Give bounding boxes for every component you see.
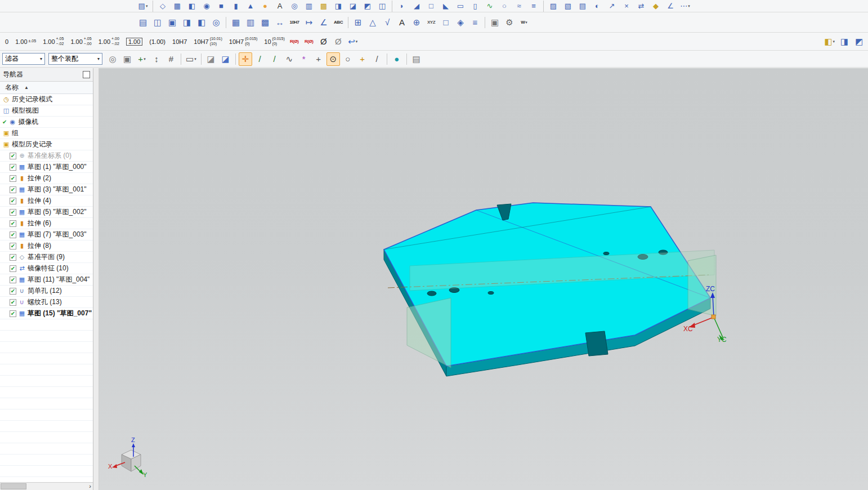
tree-item-sketch-3[interactable]: ✔▦草图 (3) "草图_001" — [0, 184, 93, 195]
datum-plane-left[interactable] — [407, 298, 451, 368]
dropdown-arrow-icon[interactable]: ▾ — [525, 20, 527, 25]
dropdown-arrow-icon[interactable]: ▾ — [356, 39, 358, 44]
feature-checkbox[interactable]: ✔ — [10, 265, 16, 272]
new-sheet-icon[interactable]: ▤ — [136, 16, 150, 29]
open-in-window-icon[interactable]: ▣ — [120, 52, 134, 66]
tol-plusminus-button[interactable]: 1.00±.05 — [12, 37, 39, 46]
snap-pole-icon[interactable]: * — [297, 52, 311, 66]
subtract-icon[interactable]: ◩ — [361, 0, 374, 13]
cone-icon[interactable]: ▲ — [244, 0, 257, 13]
tree-item-model-views[interactable]: ◫模型视图 — [0, 105, 93, 117]
synchronous-modeling-icon[interactable]: ◆ — [649, 0, 663, 13]
pattern-feature-icon[interactable]: ▩ — [317, 0, 330, 13]
diameter-dimension-icon[interactable]: Ø — [317, 35, 330, 48]
delete-face-icon[interactable]: × — [620, 0, 633, 13]
swept-icon[interactable]: ∿ — [483, 0, 496, 13]
tol-fit-values-button[interactable]: 10H7(10.01)(10) — [191, 35, 225, 47]
tol-upper-button[interactable]: 1.00+.05−.00 — [68, 35, 94, 47]
tol-partial-button[interactable]: 0 — [2, 37, 11, 46]
split-body-icon[interactable]: ▯ — [468, 0, 482, 13]
angular-dimension-icon[interactable]: ∠ — [317, 16, 330, 29]
tree-item-threaded-hole-13[interactable]: ✔∪螺纹孔 (13) — [0, 297, 93, 308]
tree-item-datum-plane-9[interactable]: ✔◇基准平面 (9) — [0, 252, 93, 263]
show-constraints-icon[interactable]: # — [164, 52, 178, 66]
more-commands-icon[interactable]: ⋯▾ — [678, 0, 692, 13]
blank-symbol-icon[interactable]: □ — [439, 16, 453, 29]
hole-shaft-tolerance-icon[interactable]: 10H7 — [288, 16, 301, 29]
scrollbar-thumb[interactable] — [1, 483, 26, 489]
snap-midpoint-icon[interactable]: / — [268, 52, 281, 66]
wcs-origin-handle[interactable] — [712, 315, 715, 319]
clipboard-icon[interactable]: ▤ — [410, 52, 423, 66]
panel-resize-sash[interactable] — [93, 68, 99, 490]
rectangle-select-icon[interactable]: ▭▾ — [184, 52, 198, 66]
snap-point-enable-icon[interactable]: ✛ — [239, 52, 252, 66]
datum-plane-icon[interactable]: ◇ — [156, 0, 169, 13]
tree-item-extrude-4[interactable]: ✔▮拉伸 (4) — [0, 195, 93, 207]
snap-tangent-icon[interactable]: / — [370, 52, 384, 66]
text-icon[interactable]: A — [273, 0, 287, 13]
radius-to-center-icon[interactable]: R(Ø) — [302, 35, 316, 48]
feature-checkbox[interactable]: ✔ — [10, 288, 16, 295]
tol-boxed-button[interactable]: 1.00 — [123, 37, 145, 47]
text-style-icon[interactable]: A — [395, 16, 409, 29]
sew-icon[interactable]: ▤ — [576, 0, 589, 13]
find-component-icon[interactable]: ◎ — [106, 52, 119, 66]
snap-endpoint-icon[interactable]: / — [253, 52, 267, 66]
rapid-dimension-icon[interactable]: ↔ — [273, 16, 287, 29]
tree-item-extrude-8[interactable]: ✔▮拉伸 (8) — [0, 240, 93, 252]
rib-icon[interactable]: ▥ — [302, 0, 316, 13]
view-triad[interactable]: Z X Y — [108, 436, 147, 478]
feature-checkbox[interactable]: ✔ — [10, 209, 16, 216]
ruled-surface-icon[interactable]: ≡ — [527, 0, 540, 13]
tree-item-sketch-5[interactable]: ✔▦草图 (5) "草图_002" — [0, 207, 93, 218]
dropdown-arrow-icon[interactable]: ▾ — [144, 57, 146, 61]
feature-checkbox[interactable]: ✔ — [10, 198, 16, 204]
edit-section-cube-icon[interactable]: ◩ — [852, 35, 866, 48]
grid-icon[interactable]: ▩ — [258, 16, 272, 29]
sphere-icon[interactable]: ● — [258, 0, 272, 13]
graphics-viewport[interactable]: ZC XC YC Z X Y — [99, 68, 868, 490]
tol-reference-button[interactable]: (1.00) — [146, 37, 168, 46]
feature-checkbox[interactable]: ✔ — [10, 220, 16, 227]
ordinate-dimension-icon[interactable]: ↦ — [302, 16, 316, 29]
general-object-filter-icon[interactable]: ◪ — [204, 52, 218, 66]
sketch-icon[interactable]: ▦ — [171, 0, 184, 13]
undo-icon[interactable]: ↩▾ — [346, 35, 360, 48]
radius-dimension-icon[interactable]: R(Ø) — [288, 35, 301, 48]
surface-finish-icon[interactable]: √ — [381, 16, 394, 29]
feature-checkbox[interactable]: ✔ — [10, 153, 16, 159]
edge-blend-icon[interactable]: ◗ — [395, 0, 409, 13]
no-diameter-symbol-icon[interactable]: Ø — [332, 35, 345, 48]
feature-checkbox[interactable]: ✔ — [10, 277, 16, 283]
feature-checkbox[interactable]: ✔ — [10, 310, 16, 317]
thicken-icon[interactable]: ▧ — [561, 0, 575, 13]
coordinate-note-icon[interactable]: XYZ — [424, 16, 438, 29]
snap-arc-center-icon[interactable]: ⊙ — [326, 52, 340, 66]
draft-icon[interactable]: ◣ — [439, 0, 453, 13]
weld-symbol-icon[interactable]: W▾ — [517, 16, 531, 29]
tree-item-sketch-1[interactable]: ✔▦草图 (1) "草图_000" — [0, 162, 93, 173]
settings-gear-icon[interactable]: ⚙ — [503, 16, 516, 29]
hole[interactable] — [427, 291, 436, 296]
clip-section-cube-icon[interactable]: ◨ — [838, 35, 851, 48]
target-point-icon[interactable]: ⊕ — [410, 16, 423, 29]
tree-item-sketch-7[interactable]: ✔▦草图 (7) "草图_003" — [0, 229, 93, 240]
detail-view-icon[interactable]: ◎ — [209, 16, 223, 29]
feature-checkbox[interactable]: ✔ — [10, 186, 16, 193]
tree-item-model-history[interactable]: ▣模型历史记录 — [0, 139, 93, 150]
offset-surface-icon[interactable]: ▨ — [547, 0, 560, 13]
tol-lower-button[interactable]: 1.00+.00−.02 — [96, 35, 122, 47]
datum-feature-icon[interactable]: △ — [366, 16, 379, 29]
table-icon[interactable]: ▦ — [229, 16, 243, 29]
section-view-icon[interactable]: ◧ — [195, 16, 208, 29]
snap-quadrant-icon[interactable]: ○ — [341, 52, 355, 66]
intersect-icon[interactable]: ◫ — [375, 0, 389, 13]
move-object-icon[interactable]: ↕ — [150, 52, 163, 66]
revolve-icon[interactable]: ◉ — [200, 0, 213, 13]
sort-ascending-icon[interactable]: ▲ — [24, 85, 29, 90]
chamfer-icon[interactable]: ◢ — [410, 0, 423, 13]
view-wizard-icon[interactable]: ◫ — [151, 16, 164, 29]
navigator-column-header[interactable]: 名称 ▲ — [0, 82, 93, 94]
bottom-slot[interactable] — [585, 331, 608, 356]
